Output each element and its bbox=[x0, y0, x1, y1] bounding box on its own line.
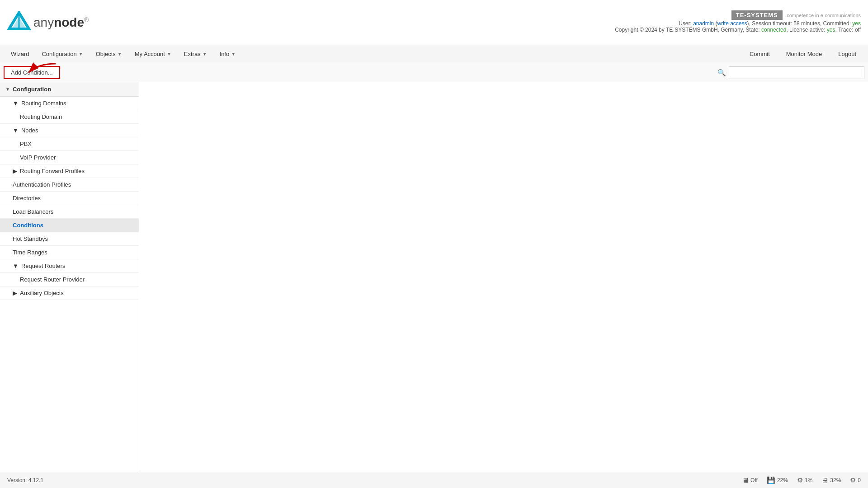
alerts-stat: ⚙ 0 bbox=[850, 476, 861, 484]
monitor-mode-button[interactable]: Monitor Mode bbox=[780, 48, 828, 60]
search-area: 🔍 bbox=[717, 66, 864, 79]
memory-icon: 💾 bbox=[767, 476, 775, 484]
display-icon: 🖥 bbox=[742, 476, 749, 484]
logout-button[interactable]: Logout bbox=[832, 48, 863, 60]
chevron-down-icon: ▼ bbox=[167, 52, 171, 56]
state-status: connected bbox=[761, 27, 786, 33]
search-icon: 🔍 bbox=[717, 69, 726, 77]
chevron-down-icon: ▼ bbox=[9, 263, 19, 269]
nav-item-objects[interactable]: Objects ▼ bbox=[90, 48, 127, 60]
footer: Version: 4.12.1 🖥 Off 💾 22% ⚙ 1% 🖨 32% ⚙… bbox=[0, 472, 868, 488]
network-stat: 🖨 32% bbox=[821, 476, 841, 484]
alerts-value: 0 bbox=[858, 477, 861, 483]
logo-area: anynode® bbox=[7, 11, 89, 34]
memory-stat: 💾 22% bbox=[767, 476, 788, 484]
navbar: Wizard Configuration ▼ Objects ▼ My Acco… bbox=[0, 45, 868, 63]
cpu-icon: ⚙ bbox=[797, 476, 803, 484]
sidebar-item-pbx[interactable]: PBX bbox=[0, 137, 139, 151]
network-icon: 🖨 bbox=[821, 476, 828, 484]
sidebar-scroll[interactable]: ▼ Routing Domains Routing Domain ▼ Nodes… bbox=[0, 97, 139, 472]
network-value: 32% bbox=[830, 477, 841, 483]
logo-text: anynode® bbox=[33, 15, 89, 30]
sidebar-item-directories[interactable]: Directories bbox=[0, 192, 139, 205]
sidebar-item-routing-domain[interactable]: Routing Domain bbox=[0, 110, 139, 124]
header: anynode® TE-SYSTEMS competence in e-comm… bbox=[0, 0, 868, 45]
sidebar-root-configuration[interactable]: ▼ Configuration bbox=[0, 82, 139, 97]
sidebar-item-authentication-profiles[interactable]: Authentication Profiles bbox=[0, 178, 139, 192]
memory-value: 22% bbox=[777, 477, 788, 483]
username-link[interactable]: anadmin bbox=[693, 20, 714, 27]
nav-item-extras[interactable]: Extras ▼ bbox=[179, 48, 212, 60]
version-label: Version: 4.12.1 bbox=[7, 477, 43, 483]
chevron-down-icon: ▼ bbox=[118, 52, 122, 56]
user-info-line: User: anadmin (write access), Session ti… bbox=[615, 20, 861, 27]
commit-button[interactable]: Commit bbox=[743, 48, 776, 60]
add-condition-button[interactable]: Add Condition... bbox=[4, 66, 60, 79]
nav-item-configuration[interactable]: Configuration ▼ bbox=[36, 48, 88, 60]
sidebar-item-request-router-provider[interactable]: Request Router Provider bbox=[0, 273, 139, 286]
content-area bbox=[139, 82, 868, 472]
sidebar-item-conditions[interactable]: Conditions bbox=[0, 219, 139, 232]
display-value: Off bbox=[750, 477, 758, 483]
chevron-down-icon: ▼ bbox=[9, 100, 19, 107]
trace-status: off bbox=[855, 27, 861, 33]
sidebar: ▼ Configuration ▼ Routing Domains Routin… bbox=[0, 82, 139, 472]
sidebar-item-request-routers[interactable]: ▼ Request Routers bbox=[0, 259, 139, 273]
toolbar: Add Condition... 🔍 bbox=[0, 63, 868, 82]
copyright-line: Copyright © 2024 by TE-SYSTEMS GmbH, Ger… bbox=[615, 27, 861, 33]
write-access-link[interactable]: write access bbox=[717, 20, 747, 27]
sidebar-item-nodes[interactable]: ▼ Nodes bbox=[0, 124, 139, 137]
sidebar-item-routing-domains[interactable]: ▼ Routing Domains bbox=[0, 97, 139, 110]
display-stat: 🖥 Off bbox=[742, 476, 758, 484]
chevron-down-icon: ▼ bbox=[203, 52, 207, 56]
main-layout: ▼ Configuration ▼ Routing Domains Routin… bbox=[0, 82, 868, 472]
cpu-value: 1% bbox=[805, 477, 812, 483]
nav-item-info[interactable]: Info ▼ bbox=[214, 48, 241, 60]
alerts-icon: ⚙ bbox=[850, 476, 856, 484]
sidebar-item-auxiliary-objects[interactable]: ▶ Auxiliary Objects bbox=[0, 286, 139, 300]
chevron-right-icon: ▶ bbox=[9, 290, 17, 296]
sidebar-root-label: Configuration bbox=[13, 86, 51, 93]
nav-item-wizard[interactable]: Wizard bbox=[5, 48, 34, 60]
nav-item-my-account[interactable]: My Account ▼ bbox=[129, 48, 177, 60]
search-input[interactable] bbox=[729, 66, 864, 79]
chevron-down-icon: ▼ bbox=[9, 127, 19, 134]
committed-status: yes bbox=[852, 20, 861, 27]
cpu-stat: ⚙ 1% bbox=[797, 476, 812, 484]
sidebar-item-routing-forward-profiles[interactable]: ▶ Routing Forward Profiles bbox=[0, 164, 139, 178]
chevron-down-icon: ▼ bbox=[5, 87, 10, 92]
footer-stats: 🖥 Off 💾 22% ⚙ 1% 🖨 32% ⚙ 0 bbox=[742, 476, 861, 484]
nav-right: Commit Monitor Mode Logout bbox=[743, 48, 863, 60]
sidebar-item-time-ranges[interactable]: Time Ranges bbox=[0, 246, 139, 259]
sidebar-item-voip-provider[interactable]: VoIP Provider bbox=[0, 151, 139, 164]
header-right: TE-SYSTEMS competence in e-communication… bbox=[615, 12, 861, 33]
nav-left: Wizard Configuration ▼ Objects ▼ My Acco… bbox=[5, 48, 241, 60]
sidebar-item-load-balancers[interactable]: Load Balancers bbox=[0, 205, 139, 219]
sidebar-item-hot-standbys[interactable]: Hot Standbys bbox=[0, 232, 139, 246]
chevron-down-icon: ▼ bbox=[231, 52, 236, 56]
chevron-down-icon: ▼ bbox=[79, 52, 83, 56]
anynode-logo-icon bbox=[7, 11, 31, 34]
chevron-right-icon: ▶ bbox=[9, 168, 17, 174]
license-status: yes bbox=[827, 27, 835, 33]
te-systems-badge: TE-SYSTEMS competence in e-communication… bbox=[615, 12, 861, 19]
